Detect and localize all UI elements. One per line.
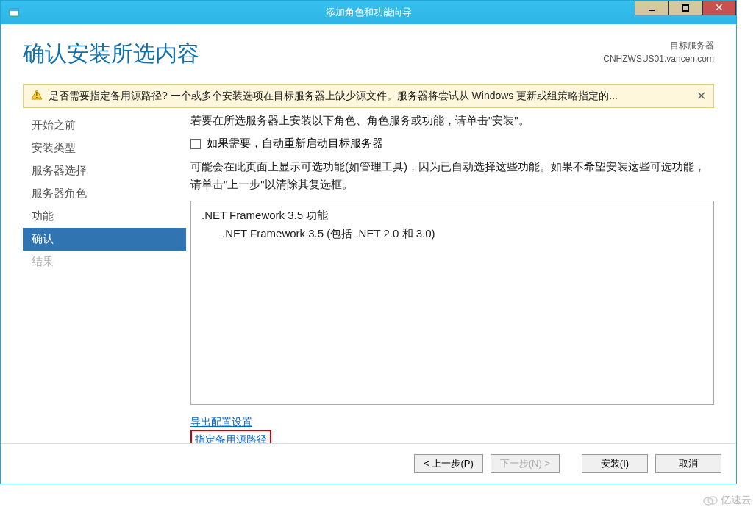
sidebar-item-server-selection[interactable]: 服务器选择 xyxy=(23,159,186,182)
sidebar-item-confirmation[interactable]: 确认 xyxy=(23,228,186,251)
app-icon xyxy=(8,7,20,18)
description-text: 可能会在此页面上显示可选功能(如管理工具)，因为已自动选择这些功能。如果不希望安… xyxy=(190,158,714,193)
sidebar-item-results: 结果 xyxy=(23,251,186,273)
maximize-button[interactable] xyxy=(668,1,702,15)
feature-child: .NET Framework 3.5 (包括 .NET 2.0 和 3.0) xyxy=(202,227,703,241)
svg-rect-1 xyxy=(10,9,18,11)
main-column: 若要在所选服务器上安装以下角色、角色服务或功能，请单击"安装"。 如果需要，自动… xyxy=(186,114,714,450)
minimize-button[interactable] xyxy=(635,1,668,15)
next-button: 下一步(N) > xyxy=(491,454,560,473)
cancel-button[interactable]: 取消 xyxy=(655,454,721,473)
content-area: 确认安装所选内容 目标服务器 CNHZWSUS01.vancen.com ! 是… xyxy=(1,24,736,484)
target-server-info: 目标服务器 CNHZWSUS01.vancen.com xyxy=(603,39,714,65)
body-row: 开始之前 安装类型 服务器选择 服务器角色 功能 确认 结果 若要在所选服务器上… xyxy=(1,108,736,450)
auto-restart-label: 如果需要，自动重新启动目标服务器 xyxy=(207,137,383,151)
sidebar-item-server-roles[interactable]: 服务器角色 xyxy=(23,182,186,205)
page-title: 确认安装所选内容 xyxy=(23,39,199,69)
previous-button[interactable]: < 上一步(P) xyxy=(414,454,483,473)
auto-restart-row: 如果需要，自动重新启动目标服务器 xyxy=(190,137,714,151)
server-label: 目标服务器 xyxy=(603,39,714,52)
svg-text:!: ! xyxy=(36,91,38,99)
wizard-sidebar: 开始之前 安装类型 服务器选择 服务器角色 功能 确认 结果 xyxy=(23,114,186,450)
window-title: 添加角色和功能向导 xyxy=(326,6,412,19)
warning-bar: ! 是否需要指定备用源路径? 一个或多个安装选项在目标服务器上缺少源文件。服务器… xyxy=(23,84,714,108)
wizard-window: 添加角色和功能向导 ✕ 确认安装所选内容 目标服务器 CNHZWSUS01.va… xyxy=(0,0,737,484)
server-name: CNHZWSUS01.vancen.com xyxy=(603,52,714,65)
warning-close-button[interactable]: ✕ xyxy=(696,89,706,103)
export-config-link[interactable]: 导出配置设置 xyxy=(190,416,252,428)
intro-text: 若要在所选服务器上安装以下角色、角色服务或功能，请单击"安装"。 xyxy=(190,114,714,128)
header-row: 确认安装所选内容 目标服务器 CNHZWSUS01.vancen.com xyxy=(1,24,736,69)
close-button[interactable]: ✕ xyxy=(702,1,736,15)
install-button[interactable]: 安装(I) xyxy=(582,454,648,473)
sidebar-item-features[interactable]: 功能 xyxy=(23,205,186,228)
feature-parent: .NET Framework 3.5 功能 xyxy=(202,209,703,223)
svg-rect-3 xyxy=(682,5,688,11)
sidebar-item-before-you-begin[interactable]: 开始之前 xyxy=(23,114,186,137)
svg-rect-2 xyxy=(649,10,655,11)
sidebar-item-installation-type[interactable]: 安装类型 xyxy=(23,137,186,159)
window-controls: ✕ xyxy=(635,1,736,15)
features-listbox: .NET Framework 3.5 功能 .NET Framework 3.5… xyxy=(190,201,714,405)
warning-icon: ! xyxy=(31,89,43,103)
auto-restart-checkbox[interactable] xyxy=(190,139,201,149)
warning-text: 是否需要指定备用源路径? 一个或多个安装选项在目标服务器上缺少源文件。服务器将尝… xyxy=(49,90,618,103)
wizard-footer: < 上一步(P) 下一步(N) > 安装(I) 取消 xyxy=(1,443,736,484)
titlebar: 添加角色和功能向导 ✕ xyxy=(1,1,736,24)
